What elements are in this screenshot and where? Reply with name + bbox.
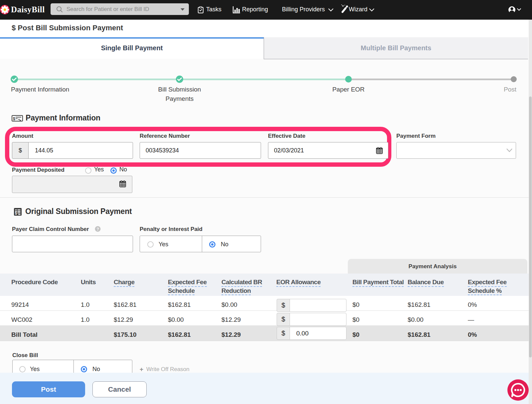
svg-text:?: ? — [97, 227, 99, 232]
svg-text:$: $ — [15, 211, 17, 215]
svg-text:$: $ — [13, 116, 15, 121]
